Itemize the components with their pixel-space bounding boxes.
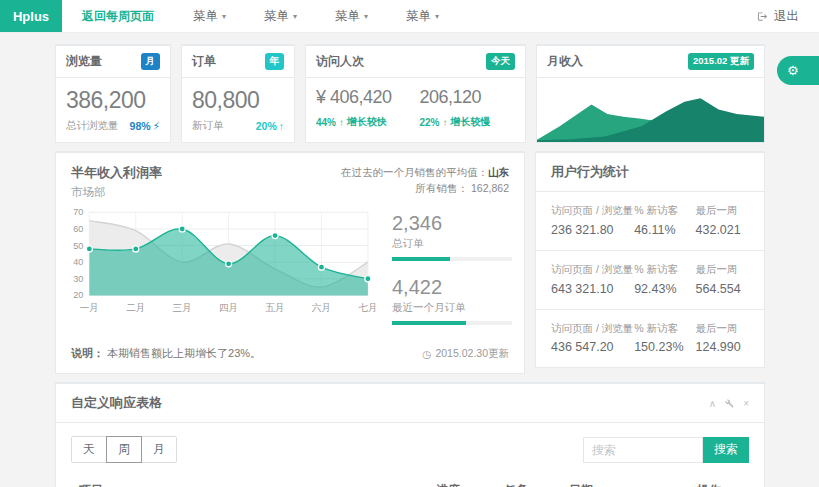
stat-value: ¥ 406,420 bbox=[316, 87, 412, 108]
svg-text:五月: 五月 bbox=[265, 302, 284, 313]
card-title: 月收入 bbox=[547, 53, 583, 70]
stat-cards-row: 浏览量 月 386,200 总计浏览量 98% ⚡ 订单 年 80 bbox=[55, 44, 765, 143]
monthly-income-area-chart bbox=[537, 78, 764, 142]
projects-table: 项目 进度 任务 日期 操作 米莫说 | MiMO Show 20% 2014.… bbox=[71, 476, 749, 487]
footnote-text: 本期销售额比上期增长了23%。 bbox=[107, 347, 261, 359]
logout-label: 退出 bbox=[774, 8, 799, 25]
header-action: 操作 bbox=[689, 476, 749, 487]
brand-logo[interactable]: Hplus bbox=[0, 0, 62, 32]
menu-label: 菜单 bbox=[406, 8, 431, 25]
visits-count-block: 206,120 22% ↑ 增长较慢 bbox=[420, 85, 516, 133]
menu-dropdown-2[interactable]: 菜单 ▾ bbox=[245, 0, 316, 32]
last-week-value: 124.990 bbox=[696, 340, 749, 354]
col-label: 访问页面 / 浏览量 bbox=[551, 321, 634, 337]
stat-card-monthly-income: 月收入 2015.02 更新 bbox=[536, 44, 765, 143]
sales-stats: 2,346 总订单 4,422 最近一个月订单 bbox=[376, 204, 514, 340]
stat-label: 总计浏览量 bbox=[66, 119, 119, 133]
close-icon[interactable]: × bbox=[743, 398, 749, 409]
menu-dropdown-1[interactable]: 菜单 ▾ bbox=[174, 0, 245, 32]
search-button[interactable]: 搜索 bbox=[703, 437, 749, 463]
menu-dropdown-4[interactable]: 菜单 ▾ bbox=[387, 0, 458, 32]
col-label: % 新访客 bbox=[634, 203, 695, 219]
logout-button[interactable]: 退出 bbox=[737, 0, 819, 32]
sales-panel: 半年收入利润率 市场部 在过去的一个月销售的平均值：山东 所有销售： 162,8… bbox=[55, 151, 525, 374]
meta-label: 所有销售： bbox=[416, 182, 469, 194]
visits-amount-block: ¥ 406,420 44% ↑ 增长较快 bbox=[316, 85, 412, 133]
svg-text:60: 60 bbox=[73, 224, 83, 234]
progress-bar bbox=[392, 321, 512, 325]
svg-text:七月: 七月 bbox=[358, 302, 376, 313]
update-badge: 2015.02 更新 bbox=[688, 53, 754, 70]
sales-header: 半年收入利润率 市场部 在过去的一个月销售的平均值：山东 所有销售： 162,8… bbox=[56, 153, 524, 202]
up-arrow-icon: ↑ bbox=[339, 117, 344, 128]
header-project: 项目 bbox=[71, 476, 428, 487]
svg-text:六月: 六月 bbox=[312, 302, 331, 313]
tab-month[interactable]: 月 bbox=[141, 436, 177, 463]
search-input[interactable] bbox=[583, 437, 703, 463]
up-arrow-icon: ↑ bbox=[443, 117, 448, 128]
period-tabs: 天 周 月 bbox=[71, 436, 177, 463]
growth-note: 增长较慢 bbox=[451, 115, 491, 129]
logout-icon bbox=[757, 11, 768, 22]
col-label: 最后一周 bbox=[696, 203, 749, 219]
table-panel-content: 天 周 月 搜索 项目 进度 任务 日期 操作 米莫说 | bbox=[56, 423, 764, 487]
sales-meta: 在过去的一个月销售的平均值：山东 所有销售： 162,862 bbox=[341, 164, 509, 200]
sales-footer: 说明： 本期销售额比上期增长了23%。 ◷ 2015.02.30更新 bbox=[56, 340, 524, 373]
user-behavior-panel: 用户行为统计 访问页面 / 浏览量 236 321.80 % 新访客 46.11… bbox=[535, 151, 765, 368]
main-content: 浏览量 月 386,200 总计浏览量 98% ⚡ 订单 年 80 bbox=[0, 33, 819, 487]
col-label: 最后一周 bbox=[696, 321, 749, 337]
orders-total-label: 总订单 bbox=[392, 237, 512, 251]
collapse-icon[interactable]: ∧ bbox=[709, 398, 716, 409]
card-title: 浏览量 bbox=[66, 53, 102, 70]
menu-label: 菜单 bbox=[264, 8, 289, 25]
stat-card-visits: 访问人次 今天 ¥ 406,420 44% ↑ 增长较快 206,120 22% bbox=[305, 44, 526, 143]
svg-text:四月: 四月 bbox=[219, 302, 238, 313]
behavior-row: 访问页面 / 浏览量 236 321.80 % 新访客 46.11% 最后一周 … bbox=[536, 192, 764, 251]
sales-title: 半年收入利润率 bbox=[71, 164, 162, 182]
progress-bar bbox=[392, 257, 512, 261]
sales-body: 203040506070一月二月三月四月五月六月七月 2,346 总订单 4,4… bbox=[56, 202, 524, 340]
theme-settings-button[interactable]: ⚙ bbox=[777, 56, 819, 85]
stat-value: 80,800 bbox=[192, 87, 284, 114]
period-badge: 年 bbox=[265, 53, 285, 70]
col-label: 访问页面 / 浏览量 bbox=[551, 203, 634, 219]
last-week-value: 564.554 bbox=[696, 282, 749, 296]
footnote-label: 说明： bbox=[71, 347, 104, 359]
stat-label: 新订单 bbox=[192, 119, 224, 133]
col-label: 最后一周 bbox=[696, 262, 749, 278]
header-progress: 进度 bbox=[428, 476, 496, 487]
tab-day[interactable]: 天 bbox=[71, 436, 107, 463]
back-home-link[interactable]: 返回每周页面 bbox=[62, 0, 174, 32]
card-body: 80,800 新订单 20% ↑ bbox=[182, 78, 294, 142]
menu-label: 菜单 bbox=[193, 8, 218, 25]
caret-down-icon: ▾ bbox=[222, 12, 226, 21]
visits-value: 436 547.20 bbox=[551, 340, 634, 354]
stat-delta: 44% bbox=[316, 117, 336, 128]
tab-week[interactable]: 周 bbox=[106, 436, 142, 463]
stat-delta: 22% bbox=[420, 117, 440, 128]
growth-note: 增长较快 bbox=[347, 115, 387, 129]
svg-text:二月: 二月 bbox=[126, 302, 145, 313]
visits-value: 643 321.10 bbox=[551, 282, 634, 296]
svg-text:三月: 三月 bbox=[173, 302, 192, 313]
menu-dropdown-3[interactable]: 菜单 ▾ bbox=[316, 0, 387, 32]
caret-down-icon: ▾ bbox=[293, 12, 297, 21]
card-title: 订单 bbox=[192, 53, 216, 70]
caret-down-icon: ▾ bbox=[364, 12, 368, 21]
period-badge: 月 bbox=[141, 53, 161, 70]
wrench-icon[interactable] bbox=[725, 399, 734, 408]
meta-value: 山东 bbox=[488, 166, 509, 178]
header-task: 任务 bbox=[496, 476, 561, 487]
menu-label: 菜单 bbox=[335, 8, 360, 25]
meta-label: 在过去的一个月销售的平均值： bbox=[341, 166, 488, 178]
new-visitors-value: 92.43% bbox=[634, 282, 695, 296]
new-visitors-value: 46.11% bbox=[634, 223, 695, 237]
clock-icon: ◷ bbox=[422, 348, 431, 360]
card-title-bar: 月收入 2015.02 更新 bbox=[537, 46, 764, 78]
header-date: 日期 bbox=[561, 476, 689, 487]
svg-text:50: 50 bbox=[73, 241, 83, 251]
col-label: % 新访客 bbox=[634, 262, 695, 278]
stat-value: 386,200 bbox=[66, 87, 160, 114]
svg-text:20: 20 bbox=[73, 290, 83, 300]
stat-value: 206,120 bbox=[420, 87, 516, 108]
